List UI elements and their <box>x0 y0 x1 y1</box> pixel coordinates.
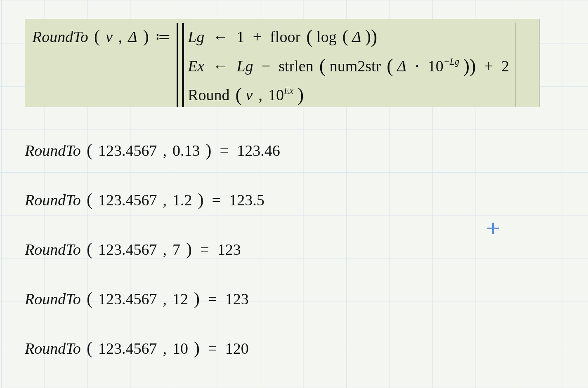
program-line-2: Ex ← Lg − strlen ( num2str ( Δ ⋅ 10−Lg )… <box>188 52 509 78</box>
ex-fn: RoundTo <box>25 142 81 159</box>
definition-region[interactable]: RoundTo ( v , Δ ) ≔ Lg ← 1 + floor <box>25 19 540 107</box>
program-body: Lg ← 1 + floor ( log ( Δ )) Ex ← <box>177 23 516 107</box>
definition-equation: RoundTo ( v , Δ ) ≔ Lg ← 1 + floor <box>32 23 531 107</box>
example-row[interactable]: RoundTo ( 123.4567 , 1.2 ) = 123.5 <box>25 190 280 209</box>
var-lg: Lg <box>188 28 204 45</box>
comma: , <box>118 28 123 45</box>
mul-dot: ⋅ <box>415 57 420 75</box>
literal-10: 10 <box>428 57 444 75</box>
ex-result: 120 <box>225 340 249 357</box>
program-line-1: Lg ← 1 + floor ( log ( Δ )) <box>188 23 509 49</box>
exp-ex: Ex <box>284 86 293 96</box>
literal-1: 1 <box>237 28 245 45</box>
comma: , <box>163 191 167 209</box>
definition-lhs: RoundTo ( v , Δ ) ≔ <box>32 26 173 46</box>
example-row[interactable]: RoundTo ( 123.4567 , 0.13 ) = 123.46 <box>25 140 280 160</box>
ex-arg1: 123.4567 <box>98 290 157 308</box>
ex-arg2: 0.13 <box>172 142 200 159</box>
ex-arg1: 123.4567 <box>98 191 157 209</box>
ex-arg2: 10 <box>172 340 188 357</box>
ex-fn: RoundTo <box>25 290 81 308</box>
plus-op: + <box>253 28 262 45</box>
literal-2: 2 <box>501 57 509 75</box>
ex-arg1: 123.4567 <box>98 241 157 258</box>
var-ex: Ex <box>188 57 204 75</box>
ex-result: 123.46 <box>237 142 280 159</box>
example-row[interactable]: RoundTo ( 123.4567 , 10 ) = 120 <box>25 338 280 358</box>
assign-arrow: ← <box>213 57 228 75</box>
fn-floor: floor <box>270 28 300 45</box>
ex-fn: RoundTo <box>25 191 81 209</box>
ex-arg2: 12 <box>172 290 188 308</box>
exp-neg-lg: −Lg <box>444 56 459 67</box>
arg-delta-2: Δ <box>397 57 406 75</box>
ex-result: 123 <box>217 241 241 258</box>
ref-lg: Lg <box>236 57 253 75</box>
program-delimiter-right <box>513 23 516 107</box>
comma: , <box>163 290 167 308</box>
ex-fn: RoundTo <box>25 241 81 258</box>
program-delimiter-left <box>177 23 182 107</box>
ex-arg1: 123.4567 <box>98 142 157 159</box>
examples-block: RoundTo ( 123.4567 , 0.13 ) = 123.46 Rou… <box>25 140 280 388</box>
equals: = <box>200 241 209 258</box>
ex-result: 123 <box>225 290 249 308</box>
fn-num2str: num2str <box>330 57 381 75</box>
ex-arg1: 123.4567 <box>98 340 157 357</box>
equals: = <box>212 191 221 209</box>
comma: , <box>163 241 167 258</box>
arg-v: v <box>246 86 253 103</box>
ex-fn: RoundTo <box>25 340 81 357</box>
program-line-3: Round ( v , 10Ex ) <box>188 81 509 107</box>
ex-arg2: 7 <box>172 241 180 258</box>
ex-arg2: 1.2 <box>172 191 192 209</box>
arg-delta: Δ <box>352 28 361 45</box>
param-delta: Δ <box>128 28 137 45</box>
fn-log: log <box>316 28 337 45</box>
fn-name: RoundTo <box>32 28 88 45</box>
equals: = <box>208 290 217 308</box>
fn-strlen: strlen <box>279 57 313 75</box>
minus-op: − <box>262 57 270 75</box>
example-row[interactable]: RoundTo ( 123.4567 , 7 ) = 123 <box>25 239 280 259</box>
comma: , <box>258 86 262 103</box>
param-v: v <box>106 28 113 45</box>
example-row[interactable]: RoundTo ( 123.4567 , 12 ) = 123 <box>25 289 280 308</box>
comma: , <box>163 142 167 159</box>
plus-op-2: + <box>484 57 493 75</box>
assign-arrow: ← <box>213 28 228 45</box>
literal-10b: 10 <box>268 86 284 103</box>
equals: = <box>220 142 229 159</box>
fn-round: Round <box>188 86 229 103</box>
equals: = <box>208 340 217 357</box>
insertion-cursor-icon <box>487 223 499 234</box>
assign-op: ≔ <box>155 28 171 45</box>
ex-result: 123.5 <box>229 191 264 209</box>
comma: , <box>163 340 167 357</box>
worksheet-canvas[interactable]: RoundTo ( v , Δ ) ≔ Lg ← 1 + floor <box>0 0 588 388</box>
